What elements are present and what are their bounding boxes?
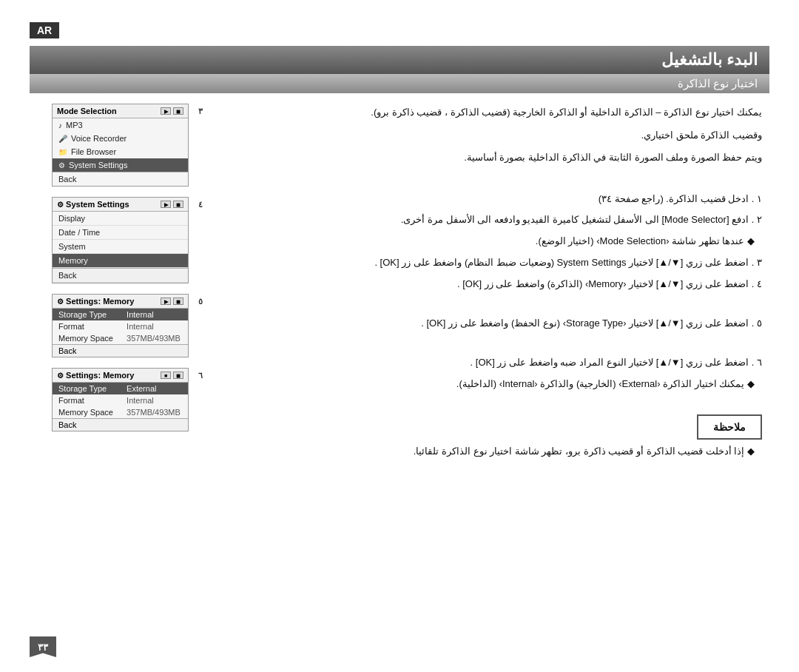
panel1-title: Mode Selection [57, 107, 117, 115]
section-header: اختيار نوع الذاكرة [30, 74, 769, 93]
main-content: يمكنك اختيار نوع الذاكرة – الذاكرة الداخ… [30, 104, 769, 460]
note-content: ◆ إذا أدخلت قضيب الذاكرة أو قضيب ذاكرة ب… [215, 443, 762, 460]
panel1-item-back: Back [53, 172, 188, 186]
note-text: ◆ إذا أدخلت قضيب الذاكرة أو قضيب ذاكرة ب… [215, 443, 762, 460]
panel2-icon1: ▶ [161, 201, 171, 208]
panel2-header: ⚙ System Settings ▶ ◼ [53, 198, 188, 212]
panel-settings-memory-internal: ⚙ Settings: Memory ▶ ◼ Storage Type Inte… [52, 294, 189, 357]
panel2-datetime: Date / Time [53, 226, 188, 240]
step3: ٣ . اضغط على زري [▼/▲] لاختيار System Se… [215, 254, 762, 272]
panel2-system: System [53, 240, 188, 254]
panel2-step: ٤ [198, 200, 203, 209]
intro-line2: وقضيب الذاكرة ملحق اختياري. [215, 127, 762, 145]
panel-mode-selection: Mode Selection ▶ ◼ ♪ MP3 🎤 Voice Recorde… [52, 104, 189, 187]
panel3-table: Storage Type Internal Format Internal Me… [53, 309, 188, 344]
panel1-item-voice: 🎤 Voice Recorder [53, 132, 188, 145]
panel2-title: ⚙ System Settings [57, 200, 129, 209]
panel2-display: Display [53, 212, 188, 226]
panel3-row-format: Format Internal [53, 320, 188, 332]
page-container: AR البدء بالتشغيل اختيار نوع الذاكرة يمك… [0, 0, 799, 672]
panel4-back: Back [53, 418, 188, 431]
step5: ٥ . اضغط على زري [▼/▲] لاختيار ‹Storage … [215, 315, 762, 333]
panel3-back: Back [53, 344, 188, 357]
settings-icon: ⚙ [58, 161, 65, 169]
step6: ٦ . اضغط على زري [▼/▲] لاختيار النوع الم… [215, 354, 762, 372]
step2-bullet: ◆ عندها تظهر شاشة ‹Mode Selection› (اختي… [215, 232, 762, 251]
panel4-header: ⚙ Settings: Memory ■ ◼ [53, 369, 188, 383]
panel3-icons: ▶ ◼ [161, 298, 183, 305]
panel2-icon2: ◼ [173, 201, 183, 208]
panel2-memory: Memory [53, 254, 188, 268]
text-column: يمكنك اختيار نوع الذاكرة – الذاكرة الداخ… [215, 104, 769, 460]
page-number: ٣٣ [30, 636, 56, 657]
panel4-icons: ■ ◼ [161, 372, 183, 379]
step6-bullet: ◆ يمكنك اختيار الذاكرة ‹External› (الخار… [215, 375, 762, 394]
step1: ١ . ادخل قضيب الذاكرة. (راجع صفحة ٣٤) [215, 190, 762, 209]
panel4-row-format: Format Internal [53, 394, 188, 406]
step2: ٢ . ادفع [Mode Selector] الى الأسفل لتشغ… [215, 211, 762, 229]
panel1-icon1: ▶ [161, 107, 171, 115]
ar-badge-label: AR [30, 22, 59, 38]
panel3-row-memoryspace: Memory Space 357MB/493MB [53, 332, 188, 344]
panel4-row-storagetype: Storage Type External [53, 383, 188, 394]
panel4-step: ٦ [198, 371, 203, 380]
panel3-icon1: ▶ [161, 298, 171, 305]
panels-column: Mode Selection ▶ ◼ ♪ MP3 🎤 Voice Recorde… [52, 104, 207, 460]
step4: ٤ . اضغط على زري [▼/▲] لاختيار ‹Memory› … [215, 275, 762, 294]
panel4-table: Storage Type External Format Internal Me… [53, 383, 188, 418]
panel-settings-memory-external: ⚙ Settings: Memory ■ ◼ Storage Type Exte… [52, 368, 189, 431]
panel1-item-mp3: ♪ MP3 [53, 118, 188, 132]
panel1-icon2: ◼ [173, 107, 183, 115]
panel3-icon2: ◼ [173, 298, 183, 305]
panel1-item-systemsettings: ⚙ System Settings [53, 158, 188, 172]
panel1-icons: ▶ ◼ [161, 107, 183, 115]
note-section: ملاحظة ◆ إذا أدخلت قضيب الذاكرة أو قضيب … [215, 407, 762, 460]
ar-badge: AR [30, 22, 769, 46]
music-icon: ♪ [58, 121, 62, 130]
panel4-row-memoryspace: Memory Space 357MB/493MB [53, 406, 188, 418]
intro-line1: يمكنك اختيار نوع الذاكرة – الذاكرة الداخ… [215, 104, 762, 122]
panel2-back: Back [53, 268, 188, 283]
panel3-step: ٥ [198, 297, 203, 306]
mic-icon: 🎤 [58, 135, 67, 143]
panel1-item-filebrowser: 📁 File Browser [53, 145, 188, 158]
panel4-icon2: ◼ [173, 372, 183, 379]
folder-icon: 📁 [58, 148, 67, 156]
panel-system-settings: ⚙ System Settings ▶ ◼ Display Date / Tim… [52, 197, 189, 283]
panel2-icons: ▶ ◼ [161, 201, 183, 208]
panel4-icon1: ■ [161, 372, 171, 379]
intro-line3: ويتم حفظ الصورة وملف الصورة الثابتة في ا… [215, 149, 762, 167]
panel3-row-storagetype: Storage Type Internal [53, 309, 188, 320]
panel3-title: ⚙ Settings: Memory [57, 297, 134, 306]
panel3-header: ⚙ Settings: Memory ▶ ◼ [53, 295, 188, 309]
note-title: ملاحظة [697, 414, 762, 440]
page-title: البدء بالتشغيل [30, 46, 769, 74]
panel4-title: ⚙ Settings: Memory [57, 371, 134, 380]
panel1-header: Mode Selection ▶ ◼ [53, 104, 188, 118]
panel1-step: ٣ [198, 107, 203, 116]
